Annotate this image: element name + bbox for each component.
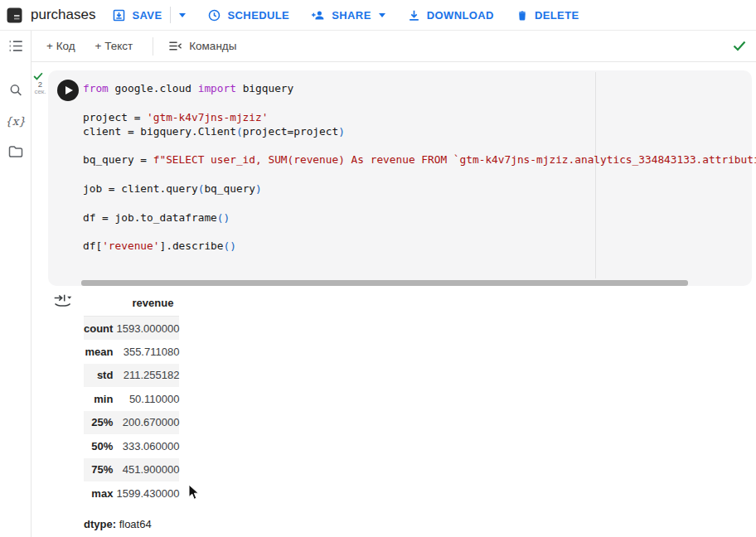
row-index-label: max <box>84 481 113 506</box>
row-value: 200.670000 <box>113 411 179 435</box>
table-row: 75%451.900000 <box>84 458 179 482</box>
dtype-line: dtype: float64 <box>84 518 152 530</box>
search-icon[interactable] <box>8 83 22 97</box>
describe-output-table: revenue count1593.000000mean355.711080st… <box>84 295 179 506</box>
table-row: max1599.430000 <box>84 481 179 506</box>
delete-icon <box>516 8 529 22</box>
save-button[interactable]: SAVE <box>112 8 162 22</box>
titlebar-actions: SAVE SCHEDULE <box>112 7 600 23</box>
row-index-label: 75% <box>84 458 113 482</box>
code-line[interactable] <box>83 167 756 181</box>
cell-toolbar: + Код + Текст Команды <box>32 31 756 62</box>
delete-button[interactable]: DELETE <box>516 8 579 22</box>
horizontal-scrollbar[interactable] <box>81 280 688 286</box>
row-value: 1599.430000 <box>113 481 179 506</box>
table-row: min50.110000 <box>84 387 179 411</box>
share-button-label: SHARE <box>332 9 371 22</box>
row-value: 211.255182 <box>113 364 179 388</box>
share-icon <box>311 8 326 22</box>
share-button[interactable]: SHARE <box>311 8 371 22</box>
code-line[interactable] <box>83 196 756 210</box>
download-button-label: DOWNLOAD <box>427 9 494 22</box>
code-line[interactable] <box>83 138 756 152</box>
execution-duration-unit: сек. <box>33 89 47 96</box>
share-dropdown-caret[interactable] <box>379 13 385 17</box>
download-button[interactable]: DOWNLOAD <box>407 8 494 22</box>
schedule-button[interactable]: SCHEDULE <box>207 8 289 22</box>
describe-table-body: count1593.000000mean355.711080std211.255… <box>84 317 179 506</box>
index-column-header <box>84 295 113 317</box>
commands-button-label: Команды <box>189 40 236 52</box>
toolbar-divider <box>153 37 153 56</box>
code-cell[interactable]: from google.cloud import bigquery projec… <box>48 70 752 286</box>
notebook-title[interactable]: purchases <box>31 7 95 23</box>
code-line[interactable]: df['revenue'].describe() <box>83 239 756 253</box>
save-button-label: SAVE <box>132 9 162 22</box>
play-icon <box>65 86 73 94</box>
code-editor[interactable]: from google.cloud import bigquery projec… <box>83 81 756 254</box>
download-icon <box>407 8 421 22</box>
variables-icon[interactable]: {x} <box>5 114 26 128</box>
row-value: 355.711080 <box>113 340 179 364</box>
download-button-group: DOWNLOAD <box>407 8 494 22</box>
left-icon-rail: {x} <box>0 31 32 537</box>
table-row: count1593.000000 <box>84 317 179 341</box>
notebook-icon <box>7 7 22 23</box>
code-line[interactable]: bq_query = f"SELECT user_id, SUM(revenue… <box>83 152 756 167</box>
table-row: mean355.711080 <box>84 340 179 364</box>
save-divider <box>170 7 171 23</box>
row-index-label: 50% <box>84 434 113 458</box>
schedule-button-label: SCHEDULE <box>227 9 289 22</box>
table-row: std211.255182 <box>84 364 179 388</box>
code-line[interactable]: client = bigquery.Client(project=project… <box>83 124 756 138</box>
run-cell-button[interactable] <box>57 80 79 101</box>
commands-button[interactable]: Команды <box>168 40 236 52</box>
files-icon[interactable] <box>8 145 23 158</box>
save-icon <box>112 8 126 22</box>
table-header-row: revenue <box>84 295 179 317</box>
row-index-label: std <box>84 364 113 388</box>
save-dropdown-caret[interactable] <box>179 13 186 17</box>
code-line[interactable]: job = client.query(bq_query) <box>83 181 756 196</box>
variables-icon-glyph: {x} <box>5 114 26 128</box>
save-button-group: SAVE <box>112 7 186 23</box>
code-line[interactable]: project = 'gtm-k4v7jns-mjziz' <box>83 110 756 124</box>
output-options-icon[interactable] <box>53 293 73 309</box>
row-value: 50.110000 <box>113 387 179 411</box>
dtype-label: dtype: <box>84 518 116 530</box>
schedule-button-group: SCHEDULE <box>207 8 289 22</box>
table-row: 50%333.060000 <box>84 434 179 458</box>
mouse-cursor <box>188 484 200 501</box>
row-index-label: 25% <box>84 411 113 435</box>
dtype-value: float64 <box>119 518 152 530</box>
row-value: 451.900000 <box>113 458 179 482</box>
code-line[interactable] <box>83 225 756 239</box>
row-index-label: count <box>84 317 113 341</box>
schedule-icon <box>207 8 221 22</box>
code-line[interactable]: from google.cloud import bigquery <box>83 81 756 95</box>
delete-button-label: DELETE <box>535 9 579 22</box>
add-code-button[interactable]: + Код <box>46 40 75 52</box>
share-button-group: SHARE <box>311 8 385 22</box>
top-bar: purchases SAVE <box>0 0 756 31</box>
delete-button-group: DELETE <box>516 8 579 22</box>
saved-status-check-icon <box>733 41 746 51</box>
row-value: 1593.000000 <box>113 317 179 341</box>
code-line[interactable]: df = job.to_dataframe() <box>83 210 756 225</box>
execution-status: 2 сек. <box>33 72 47 96</box>
notebook-area: 2 сек. from google.cloud import bigquery… <box>32 63 756 537</box>
table-row: 25%200.670000 <box>84 411 179 435</box>
toc-icon[interactable] <box>7 39 23 53</box>
revenue-column-header: revenue <box>113 295 179 317</box>
commands-icon <box>168 40 182 52</box>
code-line[interactable] <box>83 95 756 109</box>
row-value: 333.060000 <box>113 434 179 458</box>
row-index-label: min <box>84 387 113 411</box>
row-index-label: mean <box>84 340 113 364</box>
add-text-button[interactable]: + Текст <box>95 40 133 52</box>
